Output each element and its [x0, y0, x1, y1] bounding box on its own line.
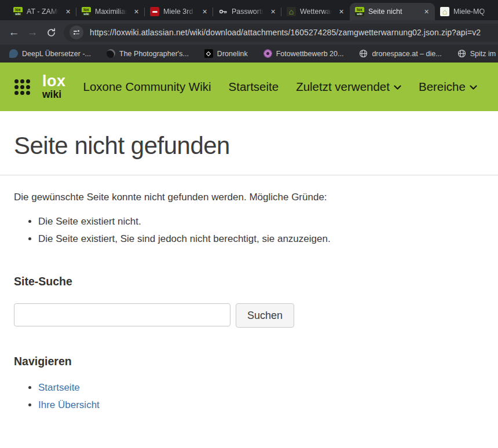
intro-text: Die gewünschte Seite konnte nicht gefund…	[14, 192, 484, 203]
dronelink-icon	[204, 49, 213, 58]
navigate-heading: Navigieren	[14, 355, 484, 368]
tab-title: Passwortma	[232, 8, 264, 16]
loxforum-favicon: ⌂	[440, 7, 449, 16]
close-icon[interactable]: ×	[131, 7, 141, 17]
browser-toolbar: ← → https://loxwiki.atlassian.net/wiki/d…	[0, 20, 498, 45]
tab-title: Seite nicht	[368, 8, 418, 16]
reload-button[interactable]	[42, 23, 60, 42]
tab-wetterwarnung[interactable]: ⌂ Wetterwarn ×	[281, 3, 350, 20]
tab-maximilian[interactable]: loxwiki Maximilian ×	[76, 3, 145, 20]
bookmark-dronelink[interactable]: Dronelink	[204, 49, 248, 58]
nav-label: Zuletzt verwendet	[296, 80, 390, 94]
browser-tab-strip: loxwiki AT - ZAMG × loxwiki Maximilian ×…	[0, 0, 498, 20]
loxwiki-favicon: loxwiki	[13, 7, 23, 16]
deepl-icon	[9, 49, 18, 58]
tab-miele-mqtt[interactable]: ⌂ Miele-MQ	[435, 3, 496, 20]
tab-passwortmanager[interactable]: Passwortma ×	[213, 3, 281, 20]
close-icon[interactable]: ×	[422, 7, 431, 17]
back-button[interactable]: ←	[5, 23, 23, 42]
chevron-down-icon	[470, 83, 477, 90]
nav-label: Startseite	[229, 80, 279, 94]
logo-top: lox	[42, 74, 66, 89]
tab-miele-3rd[interactable]: Miele 3rd Pa ×	[145, 3, 213, 20]
bookmark-label: Spitz im Herzen der...	[470, 50, 498, 58]
list-item: Die Seite existiert, Sie sind jedoch nic…	[38, 230, 484, 248]
list-item: Ihre Übersicht	[38, 396, 484, 414]
bookmark-label: dronespace.at – die...	[372, 50, 441, 58]
key-icon	[218, 7, 228, 16]
chevron-down-icon	[394, 83, 401, 90]
search-button[interactable]: Suchen	[236, 303, 294, 328]
list-item: Die Seite existiert nicht.	[38, 213, 484, 230]
navigate-link-list: Startseite Ihre Übersicht	[14, 379, 484, 414]
nav-item-zuletzt-verwendet[interactable]: Zuletzt verwendet	[296, 80, 401, 94]
forward-button[interactable]: →	[23, 23, 42, 42]
site-search-form: Suchen	[14, 303, 484, 328]
ihre-uebersicht-link[interactable]: Ihre Übersicht	[38, 399, 100, 410]
loxwiki-favicon: loxwiki	[355, 7, 364, 16]
bookmarks-bar: DeepL Übersetzer -... The Photographer's…	[0, 45, 498, 63]
logo-bottom: wiki	[42, 90, 66, 100]
loxwiki-favicon: loxwiki	[82, 7, 91, 16]
page-title: Seite nicht gefunden	[14, 132, 484, 160]
bookmark-dronespace[interactable]: dronespace.at – die...	[359, 49, 441, 58]
title-divider	[0, 175, 498, 175]
miele-favicon	[150, 7, 159, 16]
url-text[interactable]: https://loxwiki.atlassian.net/wiki/downl…	[90, 28, 481, 37]
nav-label: Bereiche	[419, 80, 466, 94]
wiki-header: lox wiki Loxone Community Wiki Startseit…	[0, 63, 498, 111]
bookmark-label: Dronelink	[217, 50, 248, 58]
search-input[interactable]	[14, 303, 230, 326]
tab-title: Maximilian	[95, 8, 127, 16]
bookmark-deepl[interactable]: DeepL Übersetzer -...	[9, 49, 91, 58]
site-search-heading: Site-Suche	[14, 275, 484, 288]
address-bar[interactable]: https://loxwiki.atlassian.net/wiki/downl…	[64, 24, 498, 42]
tab-title: AT - ZAMG	[27, 8, 59, 16]
nav-item-startseite[interactable]: Startseite	[229, 80, 279, 94]
close-icon[interactable]: ×	[200, 7, 210, 17]
close-icon[interactable]: ×	[268, 7, 278, 17]
tab-title: Miele-MQ	[453, 8, 492, 16]
list-item: Startseite	[38, 379, 484, 396]
wiki-nav: Loxone Community Wiki Startseite Zuletzt…	[83, 80, 477, 94]
close-icon[interactable]: ×	[63, 7, 73, 17]
bookmark-label: The Photographer's...	[119, 50, 189, 58]
nav-label: Loxone Community Wiki	[83, 80, 211, 94]
nav-item-community-wiki[interactable]: Loxone Community Wiki	[83, 80, 211, 94]
nav-item-bereiche[interactable]: Bereiche	[419, 80, 477, 94]
photographer-icon	[107, 49, 115, 58]
flower-icon	[263, 49, 272, 58]
bookmark-spitz[interactable]: Spitz im Herzen der...	[457, 49, 498, 58]
loxwiki-logo[interactable]: lox wiki	[42, 74, 66, 100]
loxforum-favicon: ⌂	[287, 7, 296, 16]
bookmark-photographer[interactable]: The Photographer's...	[107, 49, 189, 58]
bookmark-label: DeepL Übersetzer -...	[22, 50, 91, 58]
tab-title: Miele 3rd Pa	[163, 8, 196, 16]
app-grid-icon[interactable]	[14, 79, 30, 95]
reason-list: Die Seite existiert nicht. Die Seite exi…	[14, 213, 484, 248]
bookmark-fotowettbewerb[interactable]: Fotowettbewerb 20...	[263, 49, 344, 58]
globe-icon	[457, 49, 466, 58]
tab-at-zamg[interactable]: loxwiki AT - ZAMG ×	[8, 3, 76, 20]
site-info-icon[interactable]	[69, 25, 83, 39]
tab-title: Wetterwarn	[300, 8, 332, 16]
bookmark-label: Fotowettbewerb 20...	[276, 50, 344, 58]
close-icon[interactable]: ×	[336, 7, 346, 17]
startseite-link[interactable]: Startseite	[38, 382, 80, 393]
globe-icon	[359, 49, 368, 58]
tab-seite-nicht-gefunden[interactable]: loxwiki Seite nicht ×	[350, 3, 435, 20]
